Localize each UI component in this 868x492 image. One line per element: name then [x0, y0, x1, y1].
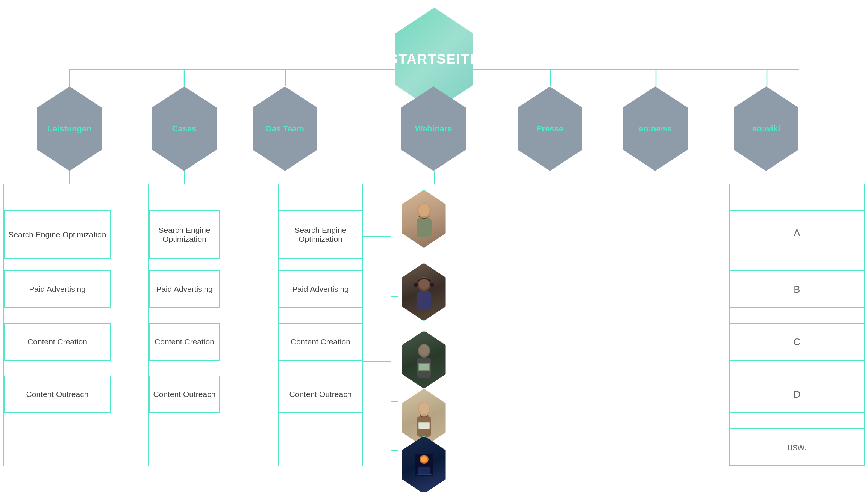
wiki-a-box[interactable]: A — [729, 210, 865, 255]
svg-point-51 — [419, 344, 429, 356]
wiki-d-label: D — [794, 389, 801, 400]
svg-rect-62 — [418, 467, 430, 474]
webinare-paid-label: Paid Advertising — [292, 285, 349, 294]
wiki-c-label: C — [794, 336, 801, 348]
photo-hex-1 — [398, 190, 449, 248]
webinare-outreach-box[interactable]: Content Outreach — [278, 376, 363, 413]
cases-hex[interactable]: Cases — [147, 86, 222, 171]
svg-point-61 — [421, 456, 427, 462]
cases-outreach-label: Content Outreach — [153, 390, 216, 399]
leistungen-hex[interactable]: Leistungen — [32, 86, 107, 171]
eonews-hex[interactable]: eo:news — [618, 86, 693, 171]
photo-hex-3 — [398, 331, 449, 389]
startseite-label: STARTSEITE — [389, 51, 479, 67]
eonews-label: eo:news — [639, 124, 672, 134]
webinare-content-box[interactable]: Content Creation — [278, 323, 363, 361]
presse-hex[interactable]: Presse — [512, 86, 588, 171]
leistungen-content-box[interactable]: Content Creation — [4, 323, 111, 361]
leistungen-outreach-label: Content Outreach — [26, 390, 89, 399]
leistungen-paid-box[interactable]: Paid Advertising — [4, 270, 111, 308]
cases-outreach-box[interactable]: Content Outreach — [149, 376, 220, 413]
svg-point-56 — [419, 402, 429, 414]
leistungen-seo-box[interactable]: Search Engine Optimization — [4, 210, 111, 259]
webinare-paid-box[interactable]: Paid Advertising — [278, 270, 363, 308]
svg-point-41 — [418, 204, 430, 216]
webinare-content-label: Content Creation — [291, 337, 350, 346]
cases-seo-label: Search Engine Optimization — [150, 226, 219, 244]
svg-rect-53 — [419, 364, 429, 370]
wiki-c-box[interactable]: C — [729, 323, 865, 361]
wiki-d-box[interactable]: D — [729, 376, 865, 413]
cases-label: Cases — [172, 124, 197, 134]
wiki-a-label: A — [794, 227, 800, 239]
diagram-container: STARTSEITE Leistungen Cases Das Team Web… — [0, 0, 868, 492]
presse-label: Presse — [536, 124, 564, 134]
svg-rect-58 — [419, 423, 429, 429]
leistungen-label: Leistungen — [47, 124, 91, 134]
wiki-b-label: B — [794, 284, 800, 295]
cases-content-label: Content Creation — [155, 337, 214, 346]
wiki-usw-box[interactable]: usw. — [729, 428, 865, 466]
cases-paid-box[interactable]: Paid Advertising — [149, 270, 220, 308]
leistungen-paid-label: Paid Advertising — [29, 285, 86, 294]
photo-hex-2 — [398, 263, 449, 321]
wiki-b-box[interactable]: B — [729, 270, 865, 308]
cases-content-box[interactable]: Content Creation — [149, 323, 220, 361]
leistungen-seo-label: Search Engine Optimization — [8, 230, 106, 239]
webinare-label: Webinare — [415, 124, 452, 134]
photo-hex-5 — [398, 436, 449, 492]
webinare-hex[interactable]: Webinare — [396, 86, 471, 171]
svg-rect-48 — [432, 283, 434, 287]
webinare-seo-label: Search Engine Optimization — [279, 226, 362, 244]
das-team-label: Das Team — [266, 124, 304, 134]
svg-rect-43 — [417, 291, 431, 310]
webinare-outreach-label: Content Outreach — [289, 390, 352, 399]
cases-paid-label: Paid Advertising — [156, 285, 213, 294]
eowiki-hex[interactable]: eo:wiki — [729, 86, 804, 171]
eowiki-label: eo:wiki — [752, 124, 780, 134]
leistungen-outreach-box[interactable]: Content Outreach — [4, 376, 111, 413]
cases-seo-box[interactable]: Search Engine Optimization — [149, 210, 220, 259]
das-team-hex[interactable]: Das Team — [247, 86, 323, 171]
svg-rect-40 — [417, 218, 432, 237]
wiki-usw-label: usw. — [787, 441, 807, 453]
leistungen-content-label: Content Creation — [27, 337, 87, 346]
webinare-seo-box[interactable]: Search Engine Optimization — [278, 210, 363, 259]
svg-rect-47 — [414, 283, 417, 287]
